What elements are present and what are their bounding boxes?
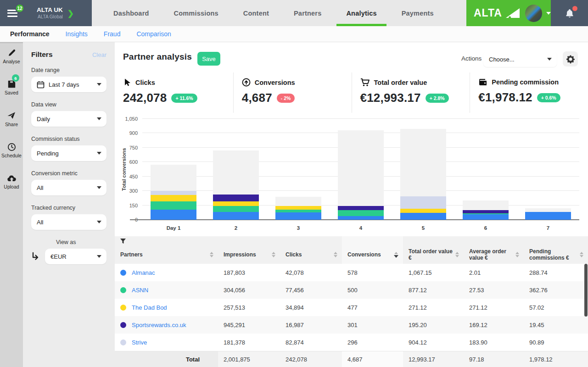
org-expand-chevron-icon[interactable]: ❯ bbox=[67, 9, 74, 18]
subnav-tab-insights[interactable]: Insights bbox=[66, 30, 88, 38]
nav-tab-dashboard[interactable]: Dashboard bbox=[101, 0, 162, 26]
cloud-upload-icon bbox=[7, 174, 17, 183]
sort-down-icon bbox=[210, 255, 213, 257]
view-as-select[interactable]: €EUR bbox=[45, 249, 106, 264]
bar-segment-sportsrewards-co-uk bbox=[338, 206, 384, 210]
user-avatar[interactable] bbox=[525, 5, 542, 22]
settings-gear-button[interactable] bbox=[563, 51, 578, 67]
bar-segment-sportsrewards-co-uk bbox=[463, 210, 509, 213]
filters-clear-button[interactable]: Clear bbox=[92, 51, 106, 58]
chart-bar-day-7[interactable] bbox=[525, 119, 571, 220]
sort-up-icon bbox=[272, 252, 275, 254]
filter-select-conversion-metric[interactable]: All bbox=[31, 180, 106, 195]
nav-tab-analytics[interactable]: Analytics bbox=[334, 0, 389, 26]
rail-item-schedule[interactable]: Schedule bbox=[0, 143, 23, 158]
nav-tab-partners[interactable]: Partners bbox=[281, 0, 334, 26]
subnav-tab-performance[interactable]: Performance bbox=[10, 30, 50, 38]
partner-link[interactable]: Strive bbox=[132, 339, 147, 346]
kpi-label: Clicks bbox=[135, 79, 155, 86]
filter-select-date-range[interactable]: Last 7 days bbox=[31, 77, 106, 92]
funnel-icon[interactable] bbox=[120, 239, 126, 244]
column-label: Pending commissions € bbox=[529, 248, 577, 261]
chart-x-label: 3 bbox=[267, 225, 330, 231]
bar-segment-almanac bbox=[151, 210, 196, 220]
sort-arrows-icon[interactable] bbox=[272, 252, 275, 257]
subnav-tab-comparison[interactable]: Comparison bbox=[136, 30, 171, 38]
chart-bar-day-2[interactable] bbox=[213, 119, 259, 220]
column-header-average-order-value-[interactable]: Average order value € bbox=[464, 245, 524, 264]
total-avg_order_value: 97.18 bbox=[464, 351, 524, 367]
cell-pending_commissions: 288.74 bbox=[524, 264, 588, 281]
chart-y-tick: 1,050 bbox=[116, 116, 138, 122]
column-header-impressions[interactable]: Impressions bbox=[218, 245, 280, 264]
cell-impressions: 181,378 bbox=[218, 334, 280, 351]
column-header-partners[interactable]: Partners bbox=[115, 245, 218, 264]
nav-tab-content[interactable]: Content bbox=[231, 0, 281, 26]
partner-link[interactable]: The Dad Bod bbox=[132, 304, 167, 311]
column-header-pending-commissions-[interactable]: Pending commissions € bbox=[524, 245, 588, 264]
actions-select[interactable]: Choose... bbox=[483, 51, 557, 67]
chart-x-label: 5 bbox=[392, 225, 454, 231]
nav-tab-payments[interactable]: Payments bbox=[389, 0, 446, 26]
sort-arrows-icon[interactable] bbox=[210, 252, 213, 257]
chart-x-label: 7 bbox=[517, 225, 579, 231]
filter-select-commission-status[interactable]: Pending bbox=[31, 145, 106, 161]
chart-bar-group: 3 bbox=[267, 119, 330, 220]
chart-bar-day-6[interactable] bbox=[463, 119, 509, 220]
filter-label: Conversion metric bbox=[31, 170, 106, 177]
partner-link[interactable]: ASNN bbox=[132, 287, 148, 294]
user-menu-caret-icon[interactable] bbox=[546, 12, 551, 15]
notification-bell-icon[interactable] bbox=[564, 8, 575, 19]
chart-bar-day-5[interactable] bbox=[400, 119, 446, 220]
sort-arrows-icon[interactable] bbox=[455, 252, 459, 257]
partner-color-dot bbox=[120, 270, 126, 276]
sort-arrows-icon[interactable] bbox=[394, 252, 398, 258]
kpi-header: Conversions bbox=[242, 78, 352, 87]
org-names[interactable]: ALTA UK ALTA Global bbox=[37, 6, 63, 20]
chevron-down-icon bbox=[97, 152, 101, 155]
sort-down-icon bbox=[515, 255, 519, 257]
rail-item-saved[interactable]: 6Saved bbox=[0, 80, 23, 95]
bar-segment-almanac bbox=[213, 212, 259, 220]
clock-icon bbox=[7, 143, 16, 151]
column-label: Total order value € bbox=[409, 248, 453, 261]
cell-avg_order_value: 2.01 bbox=[464, 264, 524, 281]
nav-tab-commissions[interactable]: Commissions bbox=[162, 0, 231, 26]
filter-select-tracked-currency[interactable]: All bbox=[31, 214, 106, 230]
partner-link[interactable]: Almanac bbox=[132, 269, 155, 276]
column-header-clicks[interactable]: Clicks bbox=[280, 245, 342, 264]
sort-up-icon bbox=[334, 252, 337, 254]
bar-segment-asnn bbox=[213, 206, 259, 212]
sort-arrows-icon[interactable] bbox=[515, 252, 519, 257]
save-button[interactable]: Save bbox=[197, 52, 220, 66]
partner-link[interactable]: Sportsrewards.co.uk bbox=[132, 322, 186, 328]
column-header-conversions[interactable]: Conversions bbox=[342, 245, 403, 264]
page-title: Partner analysis bbox=[123, 52, 192, 62]
chart-bar-day-3[interactable] bbox=[275, 119, 321, 220]
sort-up-icon bbox=[210, 252, 213, 254]
cell-total_order_value: 1,067.15 bbox=[403, 264, 464, 281]
cell-impressions: 304,056 bbox=[218, 281, 280, 299]
sort-arrows-icon[interactable] bbox=[580, 252, 583, 257]
cell-total_order_value: 195.20 bbox=[403, 316, 464, 334]
cell-impressions: 187,803 bbox=[218, 264, 280, 281]
rail-item-upload[interactable]: Upload bbox=[0, 174, 23, 189]
filters-panel: Filters Clear Date rangeLast 7 daysData … bbox=[23, 42, 115, 367]
chart-bar-day-1[interactable] bbox=[151, 119, 196, 220]
table-scrollbar-thumb[interactable] bbox=[584, 264, 588, 317]
column-header-total-order-value-[interactable]: Total order value € bbox=[403, 245, 464, 264]
cell-impressions: 257,513 bbox=[218, 299, 280, 316]
bar-segment-almanac bbox=[275, 212, 321, 220]
rail-item-label: Schedule bbox=[1, 153, 22, 158]
chart-bar-day-4[interactable] bbox=[338, 119, 384, 220]
subnav-tab-fraud[interactable]: Fraud bbox=[104, 30, 121, 38]
cell-conversions: 500 bbox=[342, 281, 403, 299]
rail-item-analyse[interactable]: Analyse bbox=[0, 49, 23, 64]
bar-segment-the-dad-bod bbox=[400, 209, 446, 213]
filter-select-data-view[interactable]: Daily bbox=[31, 111, 106, 127]
indent-arrow-icon bbox=[31, 252, 42, 261]
rail-item-share[interactable]: Share bbox=[0, 111, 23, 127]
bar-segment-asnn bbox=[275, 210, 321, 212]
sort-arrows-icon[interactable] bbox=[334, 252, 337, 257]
menu-count-badge: 12 bbox=[15, 4, 24, 13]
